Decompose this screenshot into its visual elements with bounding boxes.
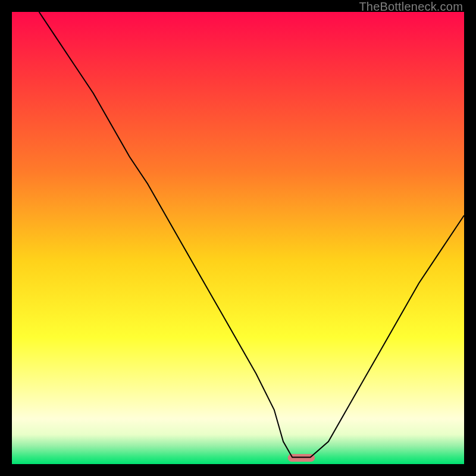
chart-svg bbox=[12, 12, 464, 464]
bottleneck-chart bbox=[12, 12, 464, 464]
gradient-background bbox=[12, 12, 464, 464]
watermark-text: TheBottleneck.com bbox=[359, 0, 463, 14]
